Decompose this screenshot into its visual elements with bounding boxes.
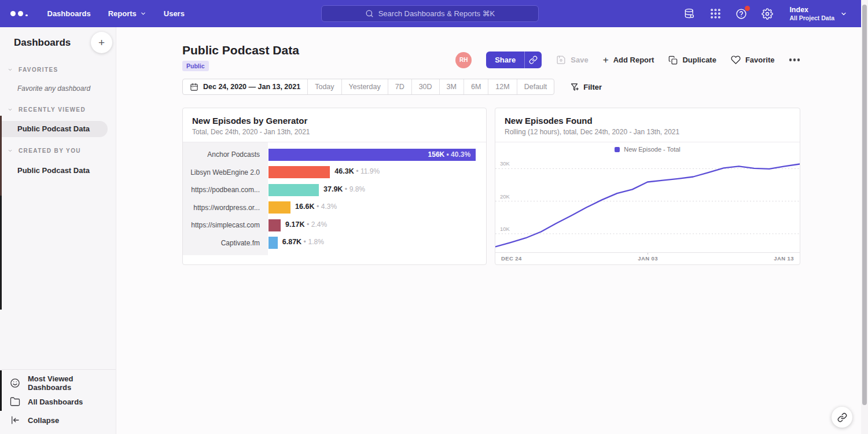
favorite-button[interactable]: Favorite	[731, 55, 775, 65]
date-preset-button[interactable]: 30D	[411, 79, 439, 94]
bar-category-label: https://podbean.com...	[183, 186, 268, 194]
filter-button[interactable]: Filter	[570, 83, 602, 91]
duplicate-button[interactable]: Duplicate	[668, 56, 716, 65]
nav-item-reports[interactable]: Reports	[108, 9, 146, 18]
line-chart: 10K20K30K	[495, 156, 800, 252]
svg-text:20K: 20K	[500, 193, 510, 200]
desktop-bleed	[0, 370, 2, 411]
bar-category-label: Captivate.fm	[183, 239, 268, 247]
duplicate-icon	[668, 56, 678, 65]
x-tick-label: JAN 13	[774, 255, 794, 263]
apps-grid-icon[interactable]	[709, 8, 722, 20]
save-icon	[556, 55, 566, 65]
nav-item-dashboards[interactable]: Dashboards	[47, 9, 91, 18]
more-options-button[interactable]	[789, 56, 800, 64]
date-preset-button[interactable]: Default	[517, 79, 554, 94]
section-created-by-you[interactable]: CREATED BY YOU	[8, 148, 81, 154]
avatar[interactable]: RH	[455, 52, 472, 68]
bar-chart: Anchor Podcasts156K • 40.3%Libsyn WebEng…	[183, 142, 486, 255]
legend-label: New Episode - Total	[624, 146, 681, 153]
report-cards: New Episodes by Generator Total, Dec 24t…	[182, 108, 800, 265]
link-icon	[837, 413, 847, 422]
date-range-button[interactable]: Dec 24, 2020 — Jan 13, 2021	[183, 79, 307, 94]
mode-logo[interactable]	[10, 11, 28, 17]
chart-subtitle: Rolling (12 hours), total, Dec 24th, 202…	[505, 128, 790, 136]
section-recently-viewed[interactable]: RECENTLY VIEWED	[8, 106, 86, 113]
chart-title: New Episodes Found	[505, 116, 790, 126]
date-preset-button[interactable]: Yesterday	[341, 79, 388, 94]
search-icon	[365, 9, 374, 18]
bar-value-label: 6.87K • 1.8%	[282, 238, 324, 246]
x-axis: DEC 24 JAN 03 JAN 13	[495, 252, 800, 263]
collapse-sidebar-button[interactable]: Collapse	[0, 411, 116, 429]
section-favorites[interactable]: FAVORITES	[8, 67, 58, 73]
bar-value-label: 37.9K • 9.8%	[323, 185, 365, 193]
date-preset-button[interactable]: 12M	[488, 79, 516, 94]
top-nav: Dashboards Reports Users Search Dashboar…	[0, 0, 861, 27]
favorites-empty-text: Favorite any dashboard	[17, 84, 90, 93]
collapse-icon	[10, 415, 20, 425]
date-preset-button[interactable]: Today	[307, 79, 341, 94]
bar-category-label: Libsyn WebEngine 2.0	[183, 168, 268, 176]
bar-category-label: https://wordpress.or...	[183, 204, 268, 212]
bar[interactable]	[269, 166, 330, 178]
chart-subtitle: Total, Dec 24th, 2020 - Jan 13th, 2021	[192, 128, 477, 136]
desktop-bleed	[0, 196, 2, 310]
line-series[interactable]	[495, 164, 800, 247]
share-button[interactable]: Share	[486, 52, 542, 68]
heart-icon	[731, 55, 741, 65]
sidebar-title: Dashboards	[14, 37, 71, 49]
sidebar-item-public-podcast-data[interactable]: Public Podcast Data	[0, 163, 108, 179]
axis-tick	[648, 253, 648, 255]
workspace-subtitle: All Project Data	[789, 14, 834, 21]
bar-value-label: 156K • 40.3%	[428, 150, 476, 159]
chart-legend: New Episode - Total	[495, 142, 800, 156]
legend-swatch	[615, 147, 620, 152]
bar-value-label: 9.17K • 2.4%	[285, 220, 327, 229]
date-preset-button[interactable]: 3M	[439, 79, 464, 94]
sidebar-footer: Most Viewed Dashboards All Dashboards Co…	[0, 369, 116, 434]
save-button[interactable]: Save	[556, 55, 588, 65]
bar[interactable]: 156K • 40.3%	[269, 149, 476, 161]
bar-category-label: https://simplecast.com	[183, 221, 268, 229]
workspace-switcher[interactable]: Index All Project Data	[789, 6, 847, 21]
all-dashboards-button[interactable]: All Dashboards	[0, 392, 116, 411]
notification-badge	[745, 6, 750, 11]
bar-row: Anchor Podcasts156K • 40.3%	[183, 146, 486, 164]
copy-link-button[interactable]	[832, 407, 852, 428]
bar-row: Captivate.fm6.87K • 1.8%	[183, 234, 486, 252]
bar[interactable]	[269, 237, 278, 249]
chevron-down-icon	[8, 107, 13, 112]
nav-item-users[interactable]: Users	[164, 9, 185, 18]
scrollbar-track[interactable]	[861, 0, 868, 434]
global-search-input[interactable]: Search Dashboards & Reports ⌘K	[321, 5, 539, 22]
visibility-badge: Public	[182, 61, 209, 71]
chevron-down-icon	[8, 148, 13, 153]
bar-row: https://podbean.com...37.9K • 9.8%	[183, 181, 486, 199]
date-preset-button[interactable]: 6M	[464, 79, 488, 94]
data-connections-icon[interactable]	[683, 8, 696, 20]
most-viewed-dashboards-button[interactable]: Most Viewed Dashboards	[0, 374, 116, 392]
add-dashboard-button[interactable]: +	[91, 32, 112, 53]
sidebar: Dashboards + FAVORITES Favorite any dash…	[0, 27, 116, 434]
folder-icon	[10, 396, 20, 407]
calendar-icon	[190, 83, 198, 91]
chevron-down-icon	[140, 10, 146, 17]
settings-icon[interactable]	[761, 8, 774, 20]
bar-value-label: 16.6K • 4.3%	[295, 203, 337, 211]
add-report-button[interactable]: + Add Report	[603, 55, 654, 65]
x-tick-label: DEC 24	[501, 255, 522, 263]
search-placeholder: Search Dashboards & Reports ⌘K	[378, 9, 495, 18]
bar[interactable]	[269, 201, 290, 214]
line-chart-card: New Episodes Found Rolling (12 hours), t…	[495, 108, 800, 265]
bar[interactable]	[269, 184, 319, 196]
bar-category-label: Anchor Podcasts	[183, 150, 268, 159]
sidebar-item-public-podcast-data[interactable]: Public Podcast Data	[0, 121, 108, 137]
page-title: Public Podcast Data	[182, 43, 299, 57]
bar[interactable]	[269, 219, 281, 231]
scrollbar-thumb[interactable]	[862, 5, 867, 405]
date-preset-button[interactable]: 7D	[388, 79, 411, 94]
help-icon[interactable]	[735, 8, 748, 20]
share-link-icon[interactable]	[524, 52, 542, 68]
svg-text:10K: 10K	[500, 226, 510, 232]
